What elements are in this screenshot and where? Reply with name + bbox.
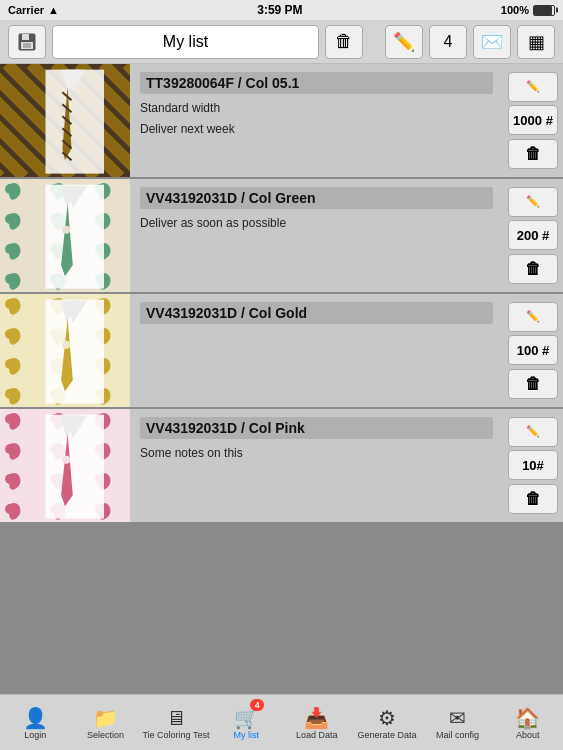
tab-label-login: Login — [24, 730, 46, 740]
item-content: VV43192031D / Col PinkSome notes on this — [130, 409, 503, 522]
signal-icon: ▲ — [48, 4, 59, 16]
tab-icon-selection: 📁 — [93, 708, 118, 728]
edit-button[interactable]: ✏️ — [385, 25, 423, 59]
item-quantity[interactable]: 100 # — [508, 335, 558, 365]
item-delete-button[interactable]: 🗑 — [508, 484, 558, 514]
tab-icon-generate-data: ⚙ — [378, 708, 396, 728]
item-content: TT39280064F / Col 05.1Standard widthDeli… — [130, 64, 503, 177]
list-area: TT39280064F / Col 05.1Standard widthDeli… — [0, 64, 563, 564]
mail-icon: ✉️ — [481, 31, 503, 53]
item-notes: Deliver as soon as possible — [140, 213, 493, 234]
tab-label-generate-data: Generate Data — [358, 730, 417, 740]
tab-item-selection[interactable]: 📁Selection — [70, 695, 140, 750]
item-edit-button[interactable]: ✏️ — [508, 302, 558, 332]
list-item: VV43192031D / Col GreenDeliver as soon a… — [0, 179, 563, 294]
item-image[interactable] — [0, 409, 130, 522]
trash-icon: 🗑 — [335, 31, 353, 52]
save-button[interactable] — [8, 25, 46, 59]
item-image[interactable] — [0, 64, 130, 177]
item-delete-button[interactable]: 🗑 — [508, 369, 558, 399]
status-bar: Carrier ▲ 3:59 PM 100% — [0, 0, 563, 20]
item-actions: ✏️200 #🗑 — [503, 179, 563, 292]
grid-icon: ▦ — [528, 31, 545, 53]
tab-label-my-list: My list — [234, 730, 260, 740]
mail-button[interactable]: ✉️ — [473, 25, 511, 59]
delete-list-button[interactable]: 🗑 — [325, 25, 363, 59]
time-label: 3:59 PM — [257, 3, 302, 17]
list-title: My list — [52, 25, 319, 59]
list-item: TT39280064F / Col 05.1Standard widthDeli… — [0, 64, 563, 179]
tab-badge-my-list: 4 — [250, 699, 264, 711]
tab-bar: 👤Login📁Selection🖥Tie Coloring Test🛒4My l… — [0, 694, 563, 750]
item-title: VV43192031D / Col Gold — [140, 302, 493, 324]
tab-label-load-data: Load Data — [296, 730, 338, 740]
item-count: 4 — [429, 25, 467, 59]
tab-item-about[interactable]: 🏠About — [493, 695, 563, 750]
svg-rect-3 — [23, 43, 31, 48]
tab-label-mail-config: Mail config — [436, 730, 479, 740]
battery-icon — [533, 5, 555, 16]
tab-icon-login: 👤 — [23, 708, 48, 728]
item-delete-button[interactable]: 🗑 — [508, 254, 558, 284]
empty-area — [0, 564, 563, 694]
item-title: TT39280064F / Col 05.1 — [140, 72, 493, 94]
floppy-icon — [17, 32, 37, 52]
carrier-label: Carrier — [8, 4, 44, 16]
item-title: VV43192031D / Col Pink — [140, 417, 493, 439]
list-item: VV43192031D / Col Gold✏️100 #🗑 — [0, 294, 563, 409]
item-notes: Deliver next week — [140, 119, 493, 140]
status-left: Carrier ▲ — [8, 4, 59, 16]
tab-item-generate-data[interactable]: ⚙Generate Data — [352, 695, 422, 750]
item-delete-button[interactable]: 🗑 — [508, 139, 558, 169]
tab-label-selection: Selection — [87, 730, 124, 740]
item-content: VV43192031D / Col Gold — [130, 294, 503, 407]
battery-percent: 100% — [501, 4, 529, 16]
item-image[interactable] — [0, 294, 130, 407]
tab-item-tie-coloring[interactable]: 🖥Tie Coloring Test — [141, 695, 211, 750]
tab-item-my-list[interactable]: 🛒4My list — [211, 695, 281, 750]
tab-icon-about: 🏠 — [515, 708, 540, 728]
list-item: VV43192031D / Col PinkSome notes on this… — [0, 409, 563, 524]
item-notes: Standard width — [140, 98, 493, 119]
item-actions: ✏️1000 #🗑 — [503, 64, 563, 177]
item-edit-button[interactable]: ✏️ — [508, 187, 558, 217]
tab-icon-tie-coloring: 🖥 — [166, 708, 186, 728]
item-content: VV43192031D / Col GreenDeliver as soon a… — [130, 179, 503, 292]
item-notes: Some notes on this — [140, 443, 493, 464]
tab-item-mail-config[interactable]: ✉Mail config — [422, 695, 492, 750]
item-quantity[interactable]: 200 # — [508, 220, 558, 250]
item-actions: ✏️100 #🗑 — [503, 294, 563, 407]
tab-item-login[interactable]: 👤Login — [0, 695, 70, 750]
tab-icon-mail-config: ✉ — [449, 708, 466, 728]
tab-item-load-data[interactable]: 📥Load Data — [282, 695, 352, 750]
item-quantity[interactable]: 10# — [508, 450, 558, 480]
tab-icon-load-data: 📥 — [304, 708, 329, 728]
item-image[interactable] — [0, 179, 130, 292]
svg-rect-1 — [22, 34, 29, 40]
item-quantity[interactable]: 1000 # — [508, 105, 558, 135]
item-edit-button[interactable]: ✏️ — [508, 72, 558, 102]
tab-label-tie-coloring: Tie Coloring Test — [142, 730, 209, 740]
status-right: 100% — [501, 4, 555, 16]
toolbar: My list 🗑 ✏️ 4 ✉️ ▦ — [0, 20, 563, 64]
pencil-icon: ✏️ — [393, 31, 415, 53]
grid-button[interactable]: ▦ — [517, 25, 555, 59]
item-actions: ✏️10#🗑 — [503, 409, 563, 522]
item-edit-button[interactable]: ✏️ — [508, 417, 558, 447]
item-title: VV43192031D / Col Green — [140, 187, 493, 209]
tab-label-about: About — [516, 730, 540, 740]
